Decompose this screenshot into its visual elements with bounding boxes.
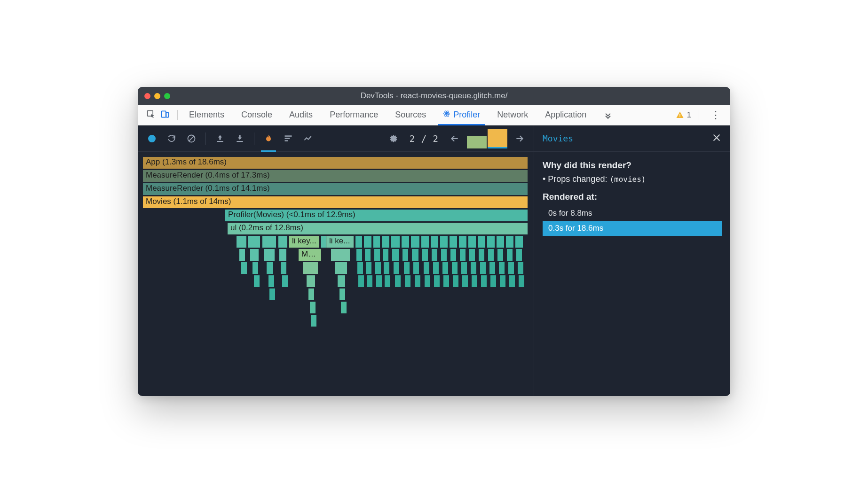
tab-profiler[interactable]: Profiler <box>434 105 489 125</box>
tab-application[interactable]: Application <box>537 105 595 125</box>
flame-bar[interactable] <box>373 235 380 248</box>
flame-bar[interactable] <box>355 235 363 248</box>
zoom-window-button[interactable] <box>164 93 170 99</box>
flame-bar[interactable]: li key... <box>289 235 320 248</box>
flame-bar[interactable] <box>423 262 430 274</box>
flame-bar[interactable] <box>236 235 247 248</box>
flame-bar[interactable] <box>413 262 419 274</box>
flame-bar[interactable] <box>392 249 399 261</box>
flame-bar[interactable] <box>337 275 346 288</box>
tab-sources[interactable]: Sources <box>387 105 434 125</box>
flame-bar[interactable] <box>239 249 245 261</box>
flame-bar[interactable] <box>269 288 276 301</box>
flame-bar[interactable] <box>443 275 450 288</box>
flame-bar[interactable] <box>279 249 287 261</box>
flame-bar[interactable] <box>268 275 275 288</box>
record-button[interactable] <box>143 130 160 147</box>
flame-bar[interactable] <box>461 262 467 274</box>
render-item-1[interactable]: 0.3s for 18.6ms <box>543 221 722 236</box>
close-window-button[interactable] <box>144 93 150 99</box>
flame-bar[interactable] <box>384 275 391 288</box>
flame-bar[interactable] <box>468 235 476 248</box>
flame-bar[interactable] <box>471 275 478 288</box>
flame-bar[interactable] <box>477 235 486 248</box>
flame-bar[interactable] <box>441 249 447 261</box>
flame-bar[interactable] <box>250 249 259 261</box>
flame-bar[interactable] <box>497 249 504 261</box>
flame-bar[interactable] <box>340 301 347 314</box>
flame-bar[interactable] <box>508 262 514 274</box>
flame-bar[interactable] <box>434 275 440 288</box>
flame-bar[interactable] <box>499 275 506 288</box>
flame-bar[interactable] <box>339 288 346 301</box>
flame-bar[interactable] <box>422 249 428 261</box>
flame-bar[interactable] <box>498 262 505 274</box>
flamegraph-tab[interactable] <box>260 130 277 147</box>
save-profile-button[interactable] <box>231 130 248 147</box>
flame-bar[interactable] <box>331 249 350 261</box>
flame-bar[interactable] <box>310 314 317 327</box>
flame-bar[interactable] <box>357 262 363 274</box>
flame-bar[interactable] <box>356 249 363 261</box>
flame-bar[interactable] <box>395 275 401 288</box>
flame-bar[interactable] <box>410 235 420 248</box>
flame-bar[interactable] <box>430 235 439 248</box>
tab-performance[interactable]: Performance <box>321 105 387 125</box>
flame-bar[interactable] <box>516 249 522 261</box>
tab-network[interactable]: Network <box>489 105 537 125</box>
flame-bar[interactable] <box>402 249 409 261</box>
reload-button[interactable] <box>163 130 180 147</box>
flame-bar[interactable] <box>411 249 419 261</box>
flame-bar[interactable] <box>462 275 468 288</box>
flame-bar[interactable] <box>431 249 438 261</box>
flame-bar[interactable] <box>308 288 315 301</box>
flame-bar[interactable] <box>515 235 523 248</box>
flame-bar[interactable] <box>450 249 457 261</box>
inspect-element-icon[interactable] <box>146 109 156 121</box>
more-options-icon[interactable]: ⋮ <box>707 109 725 121</box>
flame-bar[interactable] <box>403 262 410 274</box>
flame-bar[interactable] <box>487 235 495 248</box>
flame-bar[interactable] <box>469 249 475 261</box>
warnings-badge[interactable]: 1 <box>676 110 691 120</box>
commit-bar-0[interactable] <box>467 136 487 148</box>
flame-bar[interactable] <box>375 262 381 274</box>
prev-commit-button[interactable] <box>446 130 463 147</box>
device-toolbar-icon[interactable] <box>160 109 170 121</box>
flame-bar[interactable] <box>421 235 429 248</box>
flame-bar[interactable] <box>366 275 373 288</box>
flame-bar[interactable] <box>505 235 514 248</box>
flame-bar[interactable] <box>262 235 276 248</box>
flame-bar[interactable] <box>252 262 259 274</box>
flame-bar[interactable] <box>241 262 247 274</box>
flame-bar[interactable] <box>518 275 525 288</box>
render-item-0[interactable]: 0s for 8.8ms <box>543 206 722 221</box>
flame-bar[interactable] <box>489 262 496 274</box>
flame-bar[interactable]: MeasureRender (0.1ms of 14.1ms) <box>142 183 528 195</box>
flame-bar[interactable] <box>282 275 288 288</box>
flame-bar[interactable] <box>496 235 505 248</box>
flame-bar[interactable] <box>440 235 448 248</box>
tab-elements[interactable]: Elements <box>181 105 233 125</box>
tab-console[interactable]: Console <box>233 105 281 125</box>
settings-button[interactable] <box>385 130 402 147</box>
flame-bar[interactable] <box>358 275 364 288</box>
flame-bar[interactable] <box>374 249 380 261</box>
flame-bar[interactable] <box>382 249 389 261</box>
flame-bar[interactable]: Mo... <box>298 249 322 261</box>
flame-bar[interactable] <box>458 235 467 248</box>
flame-bar[interactable] <box>451 262 458 274</box>
flame-bar[interactable] <box>264 249 275 261</box>
flame-bar[interactable]: Movies (1.1ms of 14ms) <box>142 196 528 209</box>
flame-bar[interactable] <box>391 235 400 248</box>
flame-bar[interactable] <box>424 275 431 288</box>
flame-bar[interactable] <box>280 262 287 274</box>
flame-bar[interactable] <box>376 275 382 288</box>
load-profile-button[interactable] <box>212 130 229 147</box>
flame-bar[interactable] <box>393 262 400 274</box>
flame-bar[interactable] <box>452 275 459 288</box>
flame-bar[interactable] <box>302 262 318 274</box>
close-sidebar-button[interactable] <box>711 132 722 145</box>
flame-bar[interactable] <box>334 262 347 274</box>
flame-bar[interactable] <box>383 262 390 274</box>
